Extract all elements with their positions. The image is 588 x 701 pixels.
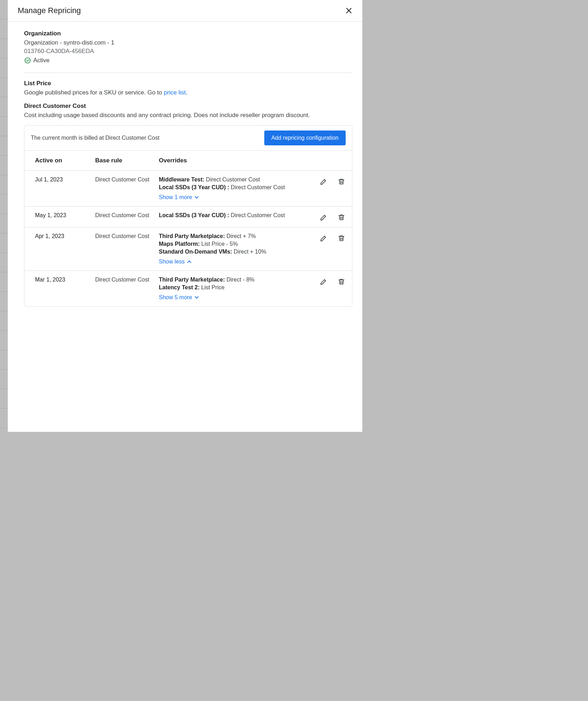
organization-section: Organization Organization - syntro-disti… xyxy=(24,30,352,64)
override-value: Direct - 8% xyxy=(225,277,255,283)
override-label: Latency Test 2: xyxy=(159,284,200,290)
table-header-row: Active on Base rule Overrides xyxy=(24,151,352,171)
direct-cost-section: Direct Customer Cost Cost including usag… xyxy=(24,103,352,119)
direct-cost-heading: Direct Customer Cost xyxy=(24,103,352,110)
panel-title: Manage Repricing xyxy=(18,6,81,15)
organization-status-text: Active xyxy=(33,57,50,64)
cell-base-rule: Direct Customer Cost xyxy=(95,233,159,239)
show-more-toggle[interactable]: Show 1 more xyxy=(159,194,200,201)
override-value: Direct + 10% xyxy=(232,249,266,255)
override-value: List Price - 5% xyxy=(200,241,238,247)
close-button[interactable] xyxy=(343,5,354,16)
trash-icon xyxy=(338,213,345,221)
delete-button[interactable] xyxy=(337,177,346,186)
current-month-message: The current month is billed at Direct Cu… xyxy=(31,135,160,141)
organization-name: Organization - syntro-disti.com - 1 xyxy=(24,39,352,46)
edit-button[interactable] xyxy=(319,234,328,242)
chevron-down-icon xyxy=(194,294,200,301)
delete-button[interactable] xyxy=(337,213,346,221)
list-price-heading: List Price xyxy=(24,80,352,87)
override-label: Third Party Marketplace: xyxy=(159,233,225,239)
override-item: Local SSDs (3 Year CUD) : Direct Custome… xyxy=(159,212,300,219)
row-actions xyxy=(303,233,346,242)
override-item: Latency Test 2: List Price xyxy=(159,284,300,291)
override-item: Maps Platform: List Price - 5% xyxy=(159,241,300,247)
trash-icon xyxy=(338,178,345,185)
override-value: Direct + 7% xyxy=(225,233,256,239)
override-label: Local SSDs (3 Year CUD) : xyxy=(159,184,229,190)
add-repricing-button[interactable]: Add repricing configuration xyxy=(264,131,346,145)
organization-heading: Organization xyxy=(24,30,352,37)
row-actions xyxy=(303,176,346,186)
pencil-icon xyxy=(320,213,328,221)
cell-base-rule: Direct Customer Cost xyxy=(95,176,159,183)
list-price-description: Google published prices for a SKU or ser… xyxy=(24,89,352,96)
divider xyxy=(24,73,352,73)
delete-button[interactable] xyxy=(337,277,346,286)
override-item: Middleware Test: Direct Customer Cost xyxy=(159,176,300,183)
override-label: Standard On-Demand VMs: xyxy=(159,249,232,255)
row-actions xyxy=(303,212,346,221)
pencil-icon xyxy=(320,234,328,242)
cell-overrides: Third Party Marketplace: Direct + 7%Maps… xyxy=(159,233,303,265)
table-row: Apr 1, 2023Direct Customer CostThird Par… xyxy=(24,227,352,271)
delete-button[interactable] xyxy=(337,234,346,242)
list-price-section: List Price Google published prices for a… xyxy=(24,80,352,96)
cell-overrides: Local SSDs (3 Year CUD) : Direct Custome… xyxy=(159,212,303,220)
override-value: Direct Customer Cost xyxy=(229,184,285,190)
cell-active-on: May 1, 2023 xyxy=(35,212,95,219)
override-label: Maps Platform: xyxy=(159,241,200,247)
cell-overrides: Third Party Marketplace: Direct - 8%Late… xyxy=(159,277,303,301)
table-row: Jul 1, 2023Direct Customer CostMiddlewar… xyxy=(24,171,352,207)
override-item: Third Party Marketplace: Direct - 8% xyxy=(159,277,300,283)
row-actions xyxy=(303,277,346,286)
override-item: Third Party Marketplace: Direct + 7% xyxy=(159,233,300,239)
col-active-on: Active on xyxy=(35,157,95,164)
panel-header: Manage Repricing xyxy=(8,0,362,22)
override-label: Local SSDs (3 Year CUD) : xyxy=(159,212,229,218)
card-header: The current month is billed at Direct Cu… xyxy=(24,126,352,151)
organization-status: Active xyxy=(24,57,352,64)
cell-base-rule: Direct Customer Cost xyxy=(95,277,159,283)
direct-cost-description: Cost including usage based discounts and… xyxy=(24,112,352,119)
table-row: Mar 1, 2023Direct Customer CostThird Par… xyxy=(24,271,352,306)
override-value: Direct Customer Cost xyxy=(229,212,285,218)
trash-icon xyxy=(338,234,345,242)
override-value: Direct Customer Cost xyxy=(204,176,260,183)
override-label: Third Party Marketplace: xyxy=(159,277,225,283)
cell-base-rule: Direct Customer Cost xyxy=(95,212,159,219)
status-active-icon xyxy=(24,57,31,64)
override-item: Local SSDs (3 Year CUD) : Direct Custome… xyxy=(159,184,300,191)
col-overrides: Overrides xyxy=(159,157,303,164)
svg-point-2 xyxy=(25,58,30,63)
cell-active-on: Jul 1, 2023 xyxy=(35,176,95,183)
override-value: List Price xyxy=(200,284,224,290)
col-base-rule: Base rule xyxy=(95,157,159,164)
organization-id: 013760-CA30DA-456EDA xyxy=(24,48,352,55)
cell-active-on: Apr 1, 2023 xyxy=(35,233,95,239)
override-item: Standard On-Demand VMs: Direct + 10% xyxy=(159,249,300,255)
chevron-down-icon xyxy=(194,194,200,201)
trash-icon xyxy=(338,278,345,285)
edit-button[interactable] xyxy=(319,177,328,186)
show-less-toggle[interactable]: Show less xyxy=(159,259,192,265)
show-more-toggle[interactable]: Show 5 more xyxy=(159,294,200,301)
cell-active-on: Mar 1, 2023 xyxy=(35,277,95,283)
repricing-table-card: The current month is billed at Direct Cu… xyxy=(24,125,352,307)
pencil-icon xyxy=(320,278,328,285)
edit-button[interactable] xyxy=(319,277,328,286)
repricing-panel: Manage Repricing Organization Organizati… xyxy=(8,0,362,432)
table-row: May 1, 2023Direct Customer CostLocal SSD… xyxy=(24,207,352,227)
override-label: Middleware Test: xyxy=(159,176,204,183)
cell-overrides: Middleware Test: Direct Customer CostLoc… xyxy=(159,176,303,201)
edit-button[interactable] xyxy=(319,213,328,221)
chevron-up-icon xyxy=(186,259,192,265)
close-icon xyxy=(345,7,353,15)
price-list-link[interactable]: price list xyxy=(164,89,186,96)
pencil-icon xyxy=(320,178,328,185)
